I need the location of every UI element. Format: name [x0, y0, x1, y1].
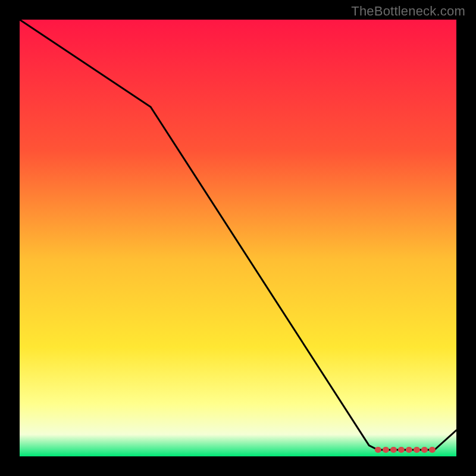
- watermark-text: TheBottleneck.com: [351, 4, 465, 19]
- chart-container: { "watermark": "TheBottleneck.com", "cha…: [0, 0, 476, 476]
- plot-background: [20, 20, 456, 456]
- bottleneck-chart: [0, 0, 476, 476]
